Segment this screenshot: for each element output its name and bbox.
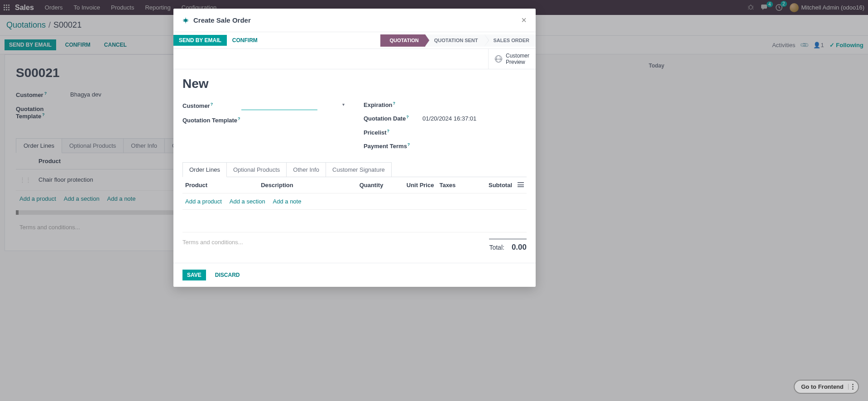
m-tab-other-info[interactable]: Other Info <box>286 162 326 177</box>
quotation-date-value[interactable]: 01/20/2024 16:37:01 <box>422 115 476 122</box>
m-qtpl-label: Quotation Template? <box>182 116 241 124</box>
customer-preview-button[interactable]: CustomerPreview <box>488 49 536 69</box>
globe-icon <box>495 55 502 63</box>
m-th-unit: Unit Price <box>386 177 436 193</box>
chevron-down-icon[interactable]: ▾ <box>342 102 345 107</box>
stage-quotation-sent[interactable]: QUOTATION SENT <box>425 34 484 47</box>
stage-quotation[interactable]: QUOTATION <box>380 34 425 47</box>
status-bar: QUOTATION QUOTATION SENT SALES ORDER <box>380 34 536 47</box>
m-add-note-link[interactable]: Add a note <box>273 198 302 205</box>
m-th-description: Description <box>258 177 340 193</box>
m-th-product: Product <box>182 177 258 193</box>
modal-heading: New <box>182 77 527 91</box>
modal-send-email-button[interactable]: SEND BY EMAIL <box>173 35 227 46</box>
m-expiration-label: Expiration? <box>364 101 422 108</box>
total-value: 0.00 <box>512 243 527 252</box>
go-to-frontend-button[interactable]: Go to Frontend <box>794 380 859 394</box>
m-tab-optional-products[interactable]: Optional Products <box>226 162 287 177</box>
kebab-icon[interactable] <box>848 384 854 390</box>
modal-confirm-button[interactable]: CONFIRM <box>227 35 263 46</box>
stage-sales-order[interactable]: SALES ORDER <box>484 34 536 47</box>
m-tab-order-lines[interactable]: Order Lines <box>182 162 227 177</box>
m-pricelist-label: Pricelist? <box>364 129 422 136</box>
m-qdate-label: Quotation Date? <box>364 115 422 122</box>
m-customer-label: Customer? <box>182 102 241 109</box>
m-pterms-label: Payment Terms? <box>364 142 422 150</box>
modal-title: Create Sale Order <box>193 16 521 24</box>
total-label: Total: <box>489 244 504 251</box>
columns-settings-icon[interactable] <box>518 182 524 187</box>
close-icon[interactable]: × <box>521 15 527 25</box>
modal-terms-placeholder[interactable]: Terms and conditions... <box>182 239 489 252</box>
svg-point-1 <box>184 19 187 22</box>
create-sale-order-modal: Create Sale Order × SEND BY EMAIL CONFIR… <box>173 9 536 287</box>
customer-input[interactable]: ▾ <box>241 101 345 110</box>
m-tab-customer-signature[interactable]: Customer Signature <box>326 162 392 177</box>
m-add-product-link[interactable]: Add a product <box>185 198 222 205</box>
save-button[interactable]: SAVE <box>182 270 206 280</box>
m-th-taxes: Taxes <box>436 177 470 193</box>
discard-button[interactable]: DISCARD <box>211 270 245 280</box>
bug-icon <box>182 17 189 24</box>
m-th-qty: Quantity <box>341 177 386 193</box>
m-add-section-link[interactable]: Add a section <box>230 198 265 205</box>
m-th-subtotal: Subtotal <box>470 177 515 193</box>
